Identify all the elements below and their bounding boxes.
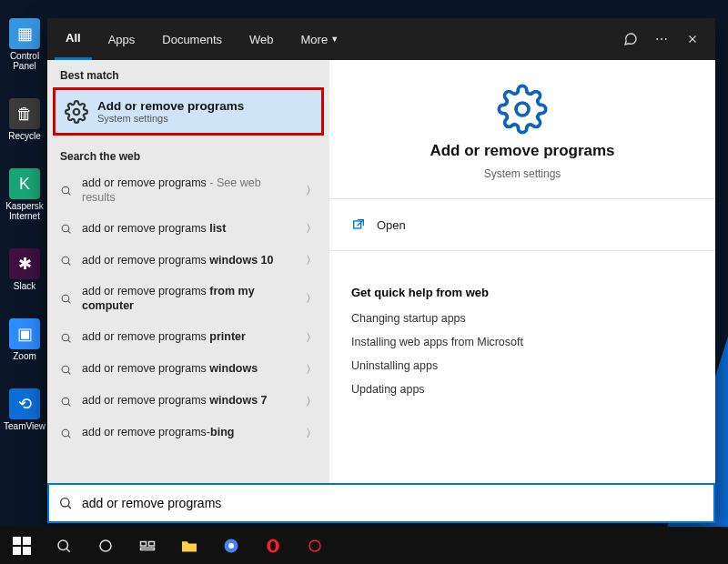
desktop-icon[interactable]: 🗑Recycle xyxy=(5,98,44,141)
best-match-result[interactable]: Add or remove programs System settings xyxy=(53,87,324,136)
app-icon: ▦ xyxy=(9,18,40,49)
quick-help-link[interactable]: Installing web apps from Microsoft xyxy=(351,330,693,354)
suggestion-text: add or remove programs windows 7 xyxy=(82,394,297,408)
app-icon: K xyxy=(9,168,40,199)
web-suggestion[interactable]: add or remove programs windows〉 xyxy=(47,354,329,386)
web-suggestion[interactable]: add or remove programs windows 7〉 xyxy=(47,386,329,418)
windows-logo-icon xyxy=(13,537,31,555)
tab-web[interactable]: Web xyxy=(238,18,285,60)
svg-point-11 xyxy=(61,499,69,507)
svg-point-21 xyxy=(309,540,320,551)
desktop-icon-label: Control Panel xyxy=(5,51,44,71)
search-icon xyxy=(60,185,73,196)
svg-point-18 xyxy=(228,543,234,549)
tab-all[interactable]: All xyxy=(55,18,92,60)
divider xyxy=(329,250,715,251)
quick-help-link[interactable]: Changing startup apps xyxy=(351,307,693,330)
opera-gx-icon[interactable] xyxy=(295,527,335,564)
desktop-icon[interactable]: ✱Slack xyxy=(5,248,44,291)
svg-rect-14 xyxy=(141,541,147,546)
svg-rect-10 xyxy=(354,221,361,228)
quick-help-title: Get quick help from web xyxy=(351,286,693,299)
divider xyxy=(329,198,715,199)
opera-icon[interactable] xyxy=(253,527,293,564)
start-search-flyout: AllAppsDocumentsWebMore ▼ ⋯ Best match A… xyxy=(47,18,715,523)
search-input[interactable] xyxy=(82,496,704,510)
web-suggestion[interactable]: add or remove programs-bing〉 xyxy=(47,418,329,449)
desktop-icon-label: Slack xyxy=(14,281,35,291)
web-suggestion[interactable]: add or remove programs from my computer〉 xyxy=(47,277,329,321)
chrome-icon[interactable] xyxy=(211,527,251,564)
close-icon[interactable] xyxy=(677,24,708,55)
svg-rect-16 xyxy=(141,548,155,549)
web-suggestion[interactable]: add or remove programs windows 10〉 xyxy=(47,245,329,277)
svg-point-3 xyxy=(62,257,69,264)
chevron-right-icon: 〉 xyxy=(306,426,317,441)
desktop-icon-label: Kaspersk Internet xyxy=(5,201,44,221)
search-header: AllAppsDocumentsWebMore ▼ ⋯ xyxy=(47,18,715,60)
file-explorer-icon[interactable] xyxy=(169,527,209,564)
search-icon xyxy=(60,332,73,344)
search-icon xyxy=(60,293,73,305)
svg-point-2 xyxy=(62,225,69,232)
svg-point-5 xyxy=(62,334,69,341)
desktop-icon[interactable]: ▦Control Panel xyxy=(5,18,44,71)
feedback-icon[interactable] xyxy=(615,24,646,55)
detail-panel: Add or remove programs System settings O… xyxy=(329,60,715,483)
web-suggestion[interactable]: add or remove programs list〉 xyxy=(47,213,329,245)
chevron-right-icon: 〉 xyxy=(306,291,317,307)
detail-hero: Add or remove programs System settings xyxy=(351,84,693,180)
quick-help-link[interactable]: Uninstalling apps xyxy=(351,354,693,378)
svg-point-1 xyxy=(62,186,69,194)
app-icon: 🗑 xyxy=(9,98,40,129)
desktop-icon-label: Recycle xyxy=(8,131,41,141)
search-tabs: AllAppsDocumentsWebMore ▼ xyxy=(55,18,349,60)
desktop-icon-label: Zoom xyxy=(13,351,36,361)
desktop-icon-column: ▦Control Panel🗑RecycleKKaspersk Internet… xyxy=(5,18,44,431)
detail-title: Add or remove programs xyxy=(430,142,614,160)
svg-point-6 xyxy=(62,366,69,373)
best-match-subtitle: System settings xyxy=(97,113,244,124)
open-action[interactable]: Open xyxy=(351,217,693,232)
svg-point-20 xyxy=(270,540,276,550)
cortana-icon[interactable] xyxy=(86,527,126,564)
search-icon xyxy=(58,496,75,510)
desktop-icon[interactable]: ⟲TeamView xyxy=(5,388,44,431)
search-icon xyxy=(60,428,73,439)
web-suggestion[interactable]: add or remove programs - See web results… xyxy=(47,168,329,213)
detail-subtitle: System settings xyxy=(484,167,561,180)
open-icon xyxy=(351,217,366,232)
taskbar xyxy=(0,527,728,564)
suggestion-text: add or remove programs printer xyxy=(82,330,297,345)
quick-help-link[interactable]: Updating apps xyxy=(351,378,693,401)
tab-more[interactable]: More ▼ xyxy=(290,18,350,60)
chevron-right-icon: 〉 xyxy=(306,362,317,378)
more-options-icon[interactable]: ⋯ xyxy=(646,24,677,55)
search-icon xyxy=(60,364,73,376)
search-icon xyxy=(60,396,73,408)
suggestion-text: add or remove programs list xyxy=(82,222,297,237)
tab-documents[interactable]: Documents xyxy=(151,18,233,60)
taskbar-search-icon[interactable] xyxy=(44,527,84,564)
desktop-icon[interactable]: KKaspersk Internet xyxy=(5,168,44,221)
desktop-icon[interactable]: ▣Zoom xyxy=(5,318,44,361)
svg-point-9 xyxy=(516,103,529,116)
start-button[interactable] xyxy=(2,527,42,564)
tab-apps[interactable]: Apps xyxy=(97,18,147,60)
search-bar[interactable] xyxy=(47,483,715,523)
chevron-right-icon: 〉 xyxy=(306,253,317,268)
chevron-right-icon: 〉 xyxy=(306,183,317,198)
suggestion-text: add or remove programs windows xyxy=(82,362,297,377)
task-view-icon[interactable] xyxy=(127,527,167,564)
chevron-right-icon: 〉 xyxy=(306,221,317,237)
section-best-match: Best match xyxy=(47,60,329,87)
app-icon: ⟲ xyxy=(9,388,40,419)
svg-point-13 xyxy=(100,540,111,551)
web-suggestion[interactable]: add or remove programs printer〉 xyxy=(47,322,329,354)
best-match-title: Add or remove programs xyxy=(97,99,244,113)
svg-point-0 xyxy=(74,108,80,115)
search-icon xyxy=(60,255,73,267)
chevron-right-icon: 〉 xyxy=(306,394,317,409)
open-label: Open xyxy=(377,218,406,232)
svg-rect-15 xyxy=(149,541,155,546)
